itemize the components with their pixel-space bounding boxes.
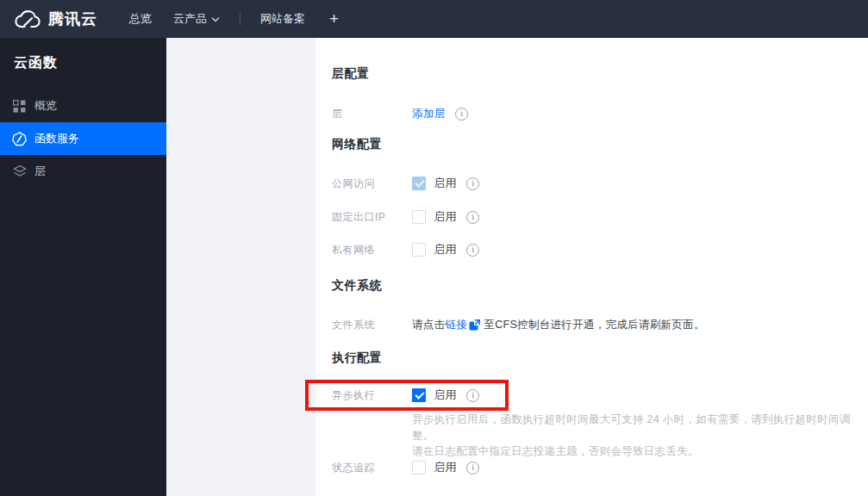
- async-desc-line1: 异步执行启用后，函数执行超时时间最大可支持 24 小时，如有需要，请到执行超时时…: [412, 412, 868, 443]
- async-execution-label: 异步执行: [332, 388, 412, 403]
- info-icon[interactable]: [466, 211, 479, 224]
- sidebar-title: 云函数: [14, 54, 166, 72]
- brand-name: 腾讯云: [48, 9, 97, 29]
- vpc-row: 私有网络 启用: [332, 242, 479, 257]
- nav-overview[interactable]: 总览: [129, 11, 152, 27]
- async-desc-line2: 请在日志配置中指定日志投递主题，否则会导致日志丢失。: [412, 443, 868, 460]
- sidebar-item-overview[interactable]: 概览: [0, 90, 166, 122]
- add-layer-link[interactable]: 添加层: [412, 107, 446, 121]
- function-service-icon: [12, 132, 27, 146]
- section-title-layer-config: 层配置: [332, 66, 370, 82]
- async-execution-row: 异步执行 启用: [332, 388, 479, 403]
- top-navigation: 总览 云产品 网站备案 +: [97, 9, 339, 28]
- info-icon[interactable]: [455, 108, 468, 121]
- sidebar-item-label: 函数服务: [34, 131, 79, 146]
- public-access-label: 公网访问: [332, 177, 412, 191]
- info-icon[interactable]: [466, 244, 479, 257]
- layer-label: 层: [332, 107, 412, 121]
- sidebar-menu: 概览 函数服务 层: [0, 90, 166, 188]
- external-link-icon[interactable]: [469, 319, 480, 331]
- status-tracking-row: 状态追踪 启用: [332, 460, 479, 475]
- status-tracking-checkbox[interactable]: [412, 461, 426, 474]
- enable-label: 启用: [434, 242, 457, 257]
- vpc-checkbox[interactable]: [412, 243, 426, 257]
- settings-form: 层配置 层 添加层 网络配置 公网访问 启用 固定出口IP 启用 私有网络 启用…: [315, 38, 868, 496]
- nav-divider: [240, 12, 240, 26]
- layers-icon: [12, 164, 27, 179]
- sidebar-item-label: 概览: [34, 98, 57, 114]
- fixed-egress-ip-checkbox[interactable]: [412, 210, 426, 224]
- public-access-row: 公网访问 启用: [332, 176, 479, 191]
- chevron-down-icon: [211, 16, 220, 22]
- info-icon[interactable]: [466, 462, 479, 474]
- enable-label: 启用: [434, 460, 457, 475]
- enable-label: 启用: [434, 176, 457, 191]
- nav-icp-filing[interactable]: 网站备案: [260, 11, 305, 27]
- info-icon[interactable]: [466, 177, 479, 190]
- grid-icon: [12, 99, 27, 114]
- content-gutter: [166, 38, 315, 496]
- tencent-cloud-logo[interactable]: 腾讯云: [15, 9, 97, 29]
- sidebar-item-function-service[interactable]: 函数服务: [0, 122, 166, 155]
- sidebar-item-layers[interactable]: 层: [0, 155, 166, 188]
- status-tracking-label: 状态追踪: [332, 461, 412, 475]
- info-icon[interactable]: [466, 389, 479, 402]
- layer-row: 层 添加层: [332, 106, 468, 121]
- nav-cloud-products[interactable]: 云产品: [173, 11, 220, 27]
- async-execution-description: 异步执行启用后，函数执行超时时间最大可支持 24 小时，如有需要，请到执行超时时…: [412, 412, 868, 460]
- file-system-hint: 请点击链接至CFS控制台进行开通，完成后请刷新页面。: [412, 318, 705, 332]
- sidebar: 云函数 概览 函数服务: [0, 38, 166, 496]
- enable-label: 启用: [434, 209, 457, 225]
- section-title-network-config: 网络配置: [332, 137, 382, 152]
- add-nav-tab-button[interactable]: +: [329, 9, 339, 28]
- file-system-row: 文件系统 请点击链接至CFS控制台进行开通，完成后请刷新页面。: [332, 317, 705, 332]
- vpc-label: 私有网络: [332, 243, 412, 257]
- public-access-checkbox[interactable]: [412, 177, 426, 190]
- enable-label: 启用: [434, 388, 457, 403]
- section-title-file-system: 文件系统: [332, 278, 382, 294]
- async-execution-checkbox[interactable]: [412, 388, 426, 402]
- section-title-execution-config: 执行配置: [332, 350, 382, 366]
- sidebar-item-label: 层: [34, 164, 46, 179]
- fixed-egress-ip-label: 固定出口IP: [332, 210, 412, 225]
- file-system-label: 文件系统: [332, 318, 412, 332]
- topbar: 腾讯云 总览 云产品 网站备案 +: [0, 0, 868, 38]
- fixed-egress-ip-row: 固定出口IP 启用: [332, 209, 479, 225]
- cfs-console-link[interactable]: 链接: [445, 318, 467, 332]
- cloud-logo-icon: [15, 9, 41, 29]
